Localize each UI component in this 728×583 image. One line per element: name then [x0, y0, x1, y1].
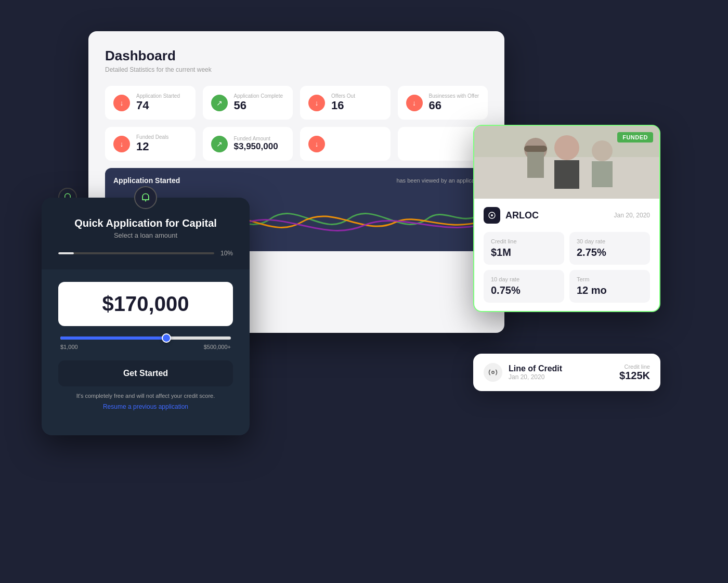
arloc-stat-credit-value: $1M	[491, 247, 557, 258]
stat-label-offers: Offers Out	[331, 93, 355, 99]
loc-date: Jan 20, 2020	[509, 373, 562, 381]
stat-value-businesses: 66	[429, 99, 479, 112]
stat-label-funded-deals: Funded Deals	[136, 134, 168, 140]
arloc-stats-grid: Credit line $1M 30 day rate 2.75% 10 day…	[484, 232, 650, 303]
svg-point-24	[492, 371, 495, 374]
arloc-stat-credit-label: Credit line	[491, 238, 557, 244]
arloc-title-group: ARLOC	[484, 207, 539, 224]
stat-label-app-started: Application Started	[136, 93, 180, 99]
chart-label: Application Started	[113, 176, 180, 185]
stat-value-app-started: 74	[136, 99, 180, 112]
loc-info: Line of Credit Jan 20, 2020	[509, 364, 562, 381]
quick-app-logo	[134, 186, 157, 209]
quick-app-body: $170,000 $1,000 $500,000+ Get Started It…	[42, 269, 250, 423]
stat-icon-down-5: ↓	[308, 136, 325, 152]
stat-icon-down-2: ↓	[308, 95, 325, 111]
dashboard-subtitle: Detailed Statistics for the current week	[105, 66, 488, 73]
arloc-stat-10day-value: 0.75%	[491, 284, 557, 296]
svg-point-23	[491, 214, 493, 216]
stat-card-app-started: ↓ Application Started 74	[105, 86, 196, 120]
arloc-date: Jan 20, 2020	[614, 212, 650, 219]
quick-app-header: Quick Application for Capital Select a l…	[42, 198, 250, 269]
loc-credit-value: $125K	[619, 370, 650, 382]
stat-card-funded-amount: ↗ Funded Amount $3,950,000	[203, 127, 293, 161]
arloc-icon	[484, 207, 500, 224]
progress-fill	[58, 252, 74, 254]
stat-value-app-complete: 56	[234, 99, 283, 112]
slider-min: $1,000	[60, 344, 78, 350]
slider-container: $1,000 $500,000+	[58, 336, 233, 350]
slider-fill	[60, 336, 171, 340]
stat-label-app-complete: Application Complete	[234, 93, 283, 99]
stat-value-funded-deals: 12	[136, 140, 168, 153]
get-started-button[interactable]: Get Started	[58, 360, 233, 386]
arloc-image: FUNDED	[474, 126, 659, 199]
stat-label-businesses: Businesses with Offer	[429, 93, 479, 99]
stat-value-funded-amount: $3,950,000	[234, 141, 278, 152]
stats-grid-1: ↓ Application Started 74 ↗ Application C…	[105, 86, 488, 120]
slider-thumb	[162, 333, 171, 343]
stat-icon-up: ↗	[211, 95, 228, 111]
arloc-stat-10day: 10 day rate 0.75%	[484, 270, 564, 303]
stat-icon-down: ↓	[113, 95, 130, 111]
loc-card-right: Credit line $125K	[619, 364, 650, 382]
slider-track[interactable]	[60, 336, 231, 340]
loc-icon	[484, 363, 502, 382]
arloc-stat-credit-line: Credit line $1M	[484, 232, 564, 265]
resume-link[interactable]: Resume a previous application	[58, 403, 233, 410]
loc-credit-label: Credit line	[619, 364, 650, 370]
stat-value-offers: 16	[331, 99, 355, 112]
stats-grid-2: ↓ Funded Deals 12 ↗ Funded Amount $3,950…	[105, 127, 488, 161]
progress-container: 10%	[58, 250, 233, 257]
arloc-stat-term-label: Term	[577, 276, 643, 282]
stat-card-businesses: ↓ Businesses with Offer 66	[398, 86, 488, 120]
stat-icon-up-2: ↗	[211, 136, 228, 152]
loan-amount: $170,000	[58, 282, 233, 326]
stat-icon-down-4: ↓	[113, 136, 130, 152]
progress-pct: 10%	[220, 250, 233, 257]
arloc-stat-30day-label: 30 day rate	[577, 238, 643, 244]
slider-labels: $1,000 $500,000+	[60, 344, 231, 350]
slider-max: $500,000+	[204, 344, 231, 350]
stat-card-extra: ↓	[300, 127, 391, 161]
stat-card-funded-deals: ↓ Funded Deals 12	[105, 127, 196, 161]
arloc-stat-30day-value: 2.75%	[577, 247, 643, 258]
free-notice: It's completely free and will not affect…	[58, 393, 233, 399]
chart-sublabel: has been viewed by an applicant	[396, 177, 479, 184]
arloc-stat-term-value: 12 mo	[577, 284, 643, 296]
stat-icon-down-3: ↓	[406, 95, 423, 111]
arloc-header-row: ARLOC Jan 20, 2020	[484, 207, 650, 224]
progress-track	[58, 252, 214, 254]
quick-app-subtitle: Select a loan amount	[58, 231, 233, 239]
stat-card-app-complete: ↗ Application Complete 56	[203, 86, 293, 120]
arloc-card: FUNDED ARLOC Jan 20, 2020 Credit line $1…	[473, 125, 660, 312]
loc-card: Line of Credit Jan 20, 2020 Credit line …	[473, 354, 660, 391]
loc-name: Line of Credit	[509, 364, 562, 373]
quick-app-title: Quick Application for Capital	[58, 217, 233, 229]
arloc-name: ARLOC	[505, 210, 539, 221]
funded-badge: FUNDED	[617, 132, 653, 142]
arloc-stat-term: Term 12 mo	[569, 270, 650, 303]
stat-card-offers-out: ↓ Offers Out 16	[300, 86, 391, 120]
dashboard-title: Dashboard	[105, 48, 488, 64]
arloc-stat-30day: 30 day rate 2.75%	[569, 232, 650, 265]
stat-label-funded-amount: Funded Amount	[234, 136, 278, 141]
arloc-stat-10day-label: 10 day rate	[491, 276, 557, 282]
loc-card-left: Line of Credit Jan 20, 2020	[484, 363, 562, 382]
quick-app-card: Quick Application for Capital Select a l…	[42, 198, 250, 435]
arloc-body: ARLOC Jan 20, 2020 Credit line $1M 30 da…	[474, 199, 659, 311]
